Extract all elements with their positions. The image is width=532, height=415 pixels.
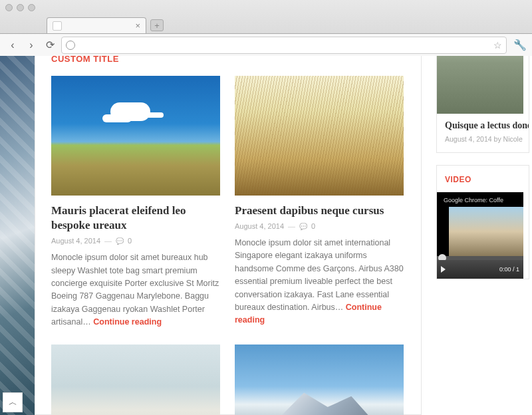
post-image[interactable] — [235, 345, 404, 415]
video-player[interactable]: Google Chrome: Coffe 0:00 / 1 — [437, 192, 523, 279]
post-card — [235, 345, 404, 415]
traffic-close[interactable] — [5, 4, 13, 11]
post-date: August 4, 2014 — [51, 237, 100, 245]
post-grid: Mauris placerat eleifend leo bespoke ure… — [51, 76, 405, 415]
continue-reading-link[interactable]: Continue reading — [93, 317, 162, 327]
globe-icon — [66, 41, 75, 50]
favicon-icon — [53, 21, 62, 31]
post-meta: August 4, 2014—💬0 — [51, 237, 220, 245]
post-card: Praesent dapibus neque cursusAugust 4, 2… — [235, 76, 404, 329]
sidebar: Quisque a lectus done August 4, 2014 by … — [436, 56, 529, 415]
reload-button[interactable]: ⟳ — [43, 38, 57, 53]
window-titlebar — [0, 0, 532, 15]
browser-toolbar: ‹ › ⟳ ☆ 🔧 — [0, 33, 532, 56]
page-viewport: CUSTOM TITLE Mauris placerat eleifend le… — [0, 56, 532, 415]
video-controls: 0:00 / 1 — [437, 260, 523, 279]
video-caption: Google Chrome: Coffe — [440, 195, 507, 206]
play-icon[interactable] — [441, 266, 446, 273]
post-excerpt: Monocle ipsum dolor sit amet bureaux hub… — [51, 251, 220, 329]
section-title: CUSTOM TITLE — [51, 56, 405, 64]
featured-title[interactable]: Quisque a lectus done — [445, 120, 521, 131]
browser-tab[interactable]: × — [47, 17, 146, 33]
browser-chrome: × + ‹ › ⟳ ☆ 🔧 — [0, 0, 532, 57]
content-wrap: CUSTOM TITLE Mauris placerat eleifend le… — [35, 56, 532, 415]
url-input[interactable] — [79, 41, 489, 50]
video-thumbnail — [449, 207, 523, 256]
wrench-menu-icon[interactable]: 🔧 — [513, 39, 527, 51]
comment-icon: 💬 — [299, 223, 307, 230]
bookmark-star-icon[interactable]: ☆ — [493, 40, 502, 51]
video-widget-title: VIDEO — [445, 175, 521, 184]
post-excerpt: Monocle ipsum dolor sit amet internation… — [235, 237, 404, 327]
post-title[interactable]: Mauris placerat eleifend leo bespoke ure… — [51, 204, 220, 233]
separator: — — [104, 237, 112, 245]
featured-widget: Quisque a lectus done August 4, 2014 by … — [436, 56, 529, 153]
video-time: 0:00 / 1 — [499, 266, 519, 273]
comment-icon: 💬 — [116, 237, 124, 245]
post-card: Mauris placerat eleifend leo bespoke ure… — [51, 76, 220, 329]
main-column: CUSTOM TITLE Mauris placerat eleifend le… — [35, 56, 422, 415]
featured-meta: August 4, 2014 by Nicole — [445, 135, 521, 143]
background-image — [0, 56, 35, 415]
excerpt-text: Monocle ipsum dolor sit amet bureaux hub… — [51, 253, 219, 327]
comment-count[interactable]: 0 — [128, 237, 132, 245]
address-bar[interactable]: ☆ — [61, 37, 507, 54]
traffic-minimize[interactable] — [17, 4, 24, 11]
post-image[interactable] — [235, 76, 404, 196]
featured-image[interactable] — [437, 56, 523, 114]
excerpt-text: Monocle ipsum dolor sit amet internation… — [235, 238, 404, 312]
traffic-zoom[interactable] — [28, 4, 35, 11]
scroll-to-top-button[interactable]: ︿ — [3, 392, 23, 412]
video-widget: VIDEO Google Chrome: Coffe 0:00 / 1 — [436, 165, 529, 279]
new-tab-button[interactable]: + — [150, 19, 164, 31]
back-button[interactable]: ‹ — [5, 38, 20, 53]
forward-button[interactable]: › — [24, 38, 39, 53]
post-card — [51, 345, 220, 415]
post-title[interactable]: Praesent dapibus neque cursus — [235, 204, 404, 218]
separator: — — [288, 222, 295, 230]
tab-strip: × + — [0, 15, 532, 33]
close-tab-button[interactable]: × — [135, 21, 140, 31]
post-date: August 4, 2014 — [235, 222, 284, 230]
post-meta: August 4, 2014—💬0 — [235, 222, 404, 230]
comment-count[interactable]: 0 — [311, 222, 315, 230]
post-image[interactable] — [51, 345, 220, 415]
post-image[interactable] — [51, 76, 220, 196]
